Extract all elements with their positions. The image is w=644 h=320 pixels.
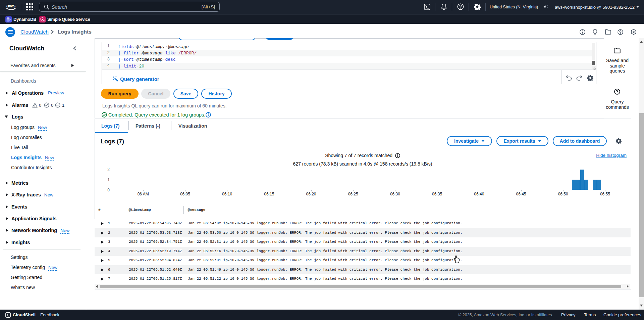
svg-text:aws: aws <box>6 3 15 8</box>
